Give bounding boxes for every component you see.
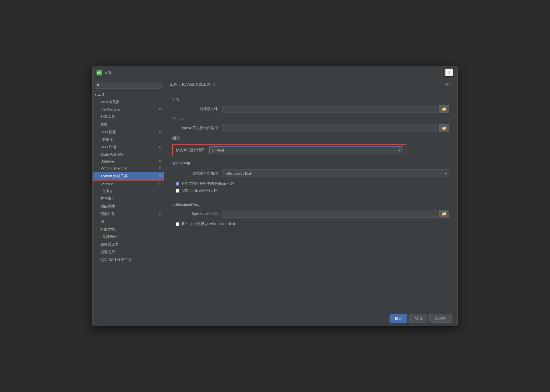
sidebar-item-feature-trainer[interactable]: 功能讲师	[93, 202, 164, 210]
breadcrumb: 工具 › Python 集成工具 ⊞	[170, 82, 445, 87]
sidebar-item-label: Datalore	[100, 159, 114, 163]
render-stdlib-row: 渲染 stdlib 的外部文档	[176, 188, 449, 193]
settings-icon: ⊞	[159, 166, 162, 170]
sidebar-item-python-integrated-tools[interactable]: Python 集成工具 ⊞	[93, 172, 164, 181]
sphinx-dir-input[interactable]	[222, 210, 438, 218]
sidebar-item-label: 图	[100, 219, 104, 224]
test-runner-select-wrap: Unittest pytest Twisted Trial ▾	[209, 146, 403, 154]
sidebar-item-label: SSH 终端	[100, 145, 116, 150]
settings-icon: ⊞	[159, 182, 162, 186]
pipenv-path-control: 📁	[222, 124, 449, 132]
sidebar-item-label: 数据库	[102, 137, 113, 142]
txt-as-rst-checkbox[interactable]	[176, 222, 179, 226]
pipenv-path-input[interactable]	[222, 124, 438, 132]
test-runner-label: 默认测试运行程序:	[176, 148, 206, 153]
sidebar-item-diff-merge[interactable]: › 差异与合并	[93, 233, 164, 241]
settings-icon: ⊞	[159, 212, 162, 216]
sidebar-item-web-browser[interactable]: Web 浏览器	[93, 98, 164, 106]
sidebar-item-label: Python Scientific	[100, 166, 127, 170]
sidebar-item-label: 启动任务	[100, 211, 115, 216]
settings-icon: ⊞	[159, 145, 162, 149]
settings-dialog: PC 设置 ✕ 🔍 ▾ 工具 Web 浏览器 File Watcher ⊞	[92, 66, 458, 326]
sidebar-item-label: SSH 配置	[100, 130, 116, 135]
sidebar-item-label: 终端	[100, 122, 108, 127]
test-runner-row: 默认测试运行程序: Unittest pytest Twisted Trial …	[172, 144, 406, 156]
content-body: 打包 包需求文件: 📁 Pipenv Pipenv 可执行文件路径: 📁	[164, 90, 457, 311]
sidebar-item-server-cert[interactable]: 服务器证书	[93, 241, 164, 248]
expand-arrow: ›	[100, 236, 101, 239]
settings-icon: ⊞	[159, 108, 162, 111]
sidebar-item-file-watcher[interactable]: File Watcher ⊞	[93, 106, 164, 113]
sidebar-section-tools[interactable]: ▾ 工具	[93, 91, 164, 98]
section-title-package: 打包	[172, 97, 449, 102]
txt-as-rst-label: 将 *.txt 文件视为 reStructuredText	[181, 221, 235, 226]
sidebar-item-startup-tasks[interactable]: 启动任务 ⊞	[93, 210, 164, 218]
sphinx-dir-control: 📁	[222, 210, 449, 218]
sidebar-item-tasks[interactable]: › 任务 ⊞	[93, 187, 164, 195]
breadcrumb-current: Python 集成工具	[182, 82, 211, 87]
sidebar-section-label: 工具	[97, 92, 105, 97]
package-requirements-row: 包需求文件: 📁	[172, 105, 449, 113]
package-requirements-folder-btn[interactable]: 📁	[439, 105, 449, 113]
dialog-body: 🔍 ▾ 工具 Web 浏览器 File Watcher ⊞ 外部工具 终端	[93, 79, 457, 326]
sidebar-item-label: 远程 SSH 外部工具	[100, 257, 131, 262]
section-title-pipenv: Pipenv	[172, 117, 449, 121]
sphinx-dir-folder-btn[interactable]: 📁	[439, 210, 449, 218]
sidebar-item-vagrant[interactable]: Vagrant ⊞	[93, 181, 164, 187]
sidebar-item-label: 任务	[102, 189, 110, 194]
sphinx-dir-row: Sphinx 工作目录: 📁	[172, 210, 449, 218]
settings-icon: ⊞	[110, 189, 113, 193]
render-stdlib-checkbox[interactable]	[176, 189, 179, 193]
docstring-format-label: 文档字符串格式:	[172, 171, 222, 176]
sidebar-item-database[interactable]: › 数据库	[93, 136, 164, 143]
close-button[interactable]: ✕	[445, 69, 453, 77]
expand-arrow: ›	[100, 138, 101, 141]
sidebar-item-ssh-terminal[interactable]: SSH 终端 ⊞	[93, 143, 164, 151]
divider	[172, 198, 449, 198]
watermark: CSDN @Sharfir	[431, 321, 453, 324]
render-stdlib-label: 渲染 stdlib 的外部文档	[181, 188, 217, 193]
app-icon: PC	[97, 70, 102, 75]
test-runner-select[interactable]: Unittest pytest Twisted Trial	[209, 146, 403, 154]
cancel-button[interactable]: 取消	[409, 314, 427, 323]
analyze-docstring-checkbox[interactable]	[176, 182, 179, 185]
sidebar-item-label: 共享索引	[100, 196, 115, 201]
section-title-docstring: 文档字符串	[172, 161, 449, 166]
package-requirements-input[interactable]	[222, 105, 438, 113]
sidebar-item-settings-repo[interactable]: 设置仓库	[93, 248, 164, 256]
confirm-button[interactable]: 确定	[390, 314, 407, 323]
sidebar-item-ssh-config[interactable]: SSH 配置 ⊞	[93, 128, 164, 136]
section-title-restructured: reStructuredText	[172, 202, 449, 207]
breadcrumb-sep: ›	[179, 82, 180, 87]
docstring-format-select[interactable]: reStructuredText NumPy Google Epytext Pl…	[222, 169, 449, 177]
sidebar-item-label: 服务器证书	[100, 242, 118, 247]
reset-button[interactable]: 重置	[445, 82, 452, 87]
sidebar-item-datalore[interactable]: Datalore ⊞	[93, 158, 164, 165]
sphinx-dir-label: Sphinx 工作目录:	[172, 211, 222, 216]
docstring-format-control: reStructuredText NumPy Google Epytext Pl…	[222, 169, 449, 177]
sidebar-item-label: Vagrant	[100, 182, 113, 186]
search-input[interactable]	[95, 82, 162, 89]
sidebar-item-label: File Watcher	[100, 107, 120, 111]
sidebar-item-code-with-me[interactable]: Code With Me	[93, 151, 164, 158]
sidebar-item-label: Code With Me	[100, 152, 123, 156]
pin-icon: ⊞	[213, 83, 216, 87]
docstring-format-row: 文档字符串格式: reStructuredText NumPy Google E…	[172, 169, 449, 177]
sidebar-item-external-tools[interactable]: 外部工具	[93, 113, 164, 121]
expand-arrow: ›	[100, 190, 101, 193]
search-icon: 🔍	[97, 83, 101, 87]
breadcrumb-root: 工具	[170, 82, 177, 87]
pipenv-path-folder-btn[interactable]: 📁	[439, 124, 449, 132]
settings-icon: ⊞	[159, 130, 162, 134]
sidebar-item-shared-index[interactable]: 共享索引	[93, 195, 164, 202]
sidebar-item-external-docs[interactable]: 外部文档	[93, 226, 164, 233]
sidebar-item-python-scientific[interactable]: Python Scientific ⊞	[93, 165, 164, 172]
package-requirements-label: 包需求文件:	[172, 106, 222, 111]
search-box[interactable]: 🔍	[95, 82, 162, 89]
analyze-docstring-label: 分析文档字符串中的 Python 代码	[181, 181, 234, 186]
sidebar-item-diagram[interactable]: 图	[93, 218, 164, 226]
sidebar-item-terminal[interactable]: 终端	[93, 121, 164, 128]
analyze-docstring-row: 分析文档字符串中的 Python 代码	[176, 181, 449, 186]
expand-arrow: ▾	[95, 93, 96, 96]
sidebar-item-remote-ssh-tools[interactable]: 远程 SSH 外部工具	[93, 256, 164, 264]
